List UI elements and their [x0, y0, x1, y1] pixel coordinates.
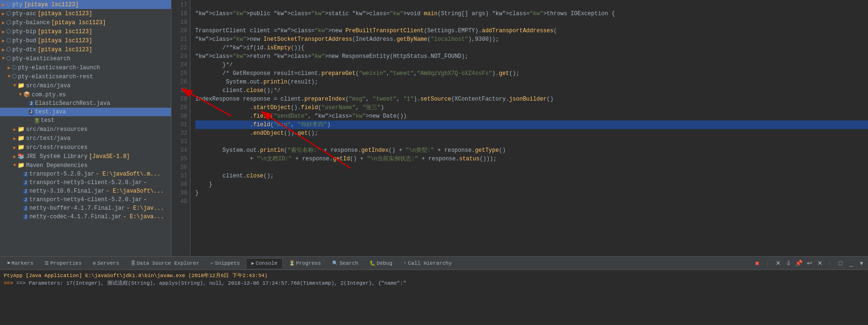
- code-line-40: [195, 197, 868, 206]
- item-tag: [pitaya lsc1123]: [51, 19, 106, 26]
- console-content[interactable]: PtyApp [Java Application] E:\javaSoft\jd…: [0, 270, 868, 325]
- sidebar-item-pty-asc[interactable]: ▶ ⬡ pty-asc [pitaya lsc1123]: [0, 9, 171, 18]
- sep2[interactable]: |: [825, 259, 835, 268]
- sidebar-item-netty-codec[interactable]: ▶ J netty-codec-4.1.7.Final.jar - E:\jav…: [0, 213, 171, 221]
- code-line-22: /*"kw">if(id.isEmpty()){: [195, 44, 868, 52]
- tab-icon-call-hierarchy: ↕: [404, 260, 407, 266]
- sidebar-item-com-pty-es[interactable]: ▼ 📦 com.pty.es: [0, 90, 171, 99]
- sidebar-item-transport-netty4[interactable]: ▶ J transport-netty4-client-5.2.0.jar -: [0, 195, 171, 204]
- sep1[interactable]: |: [763, 259, 772, 268]
- sidebar-item-src-test-resources[interactable]: ▶ 📁 src/test/resources: [0, 143, 171, 152]
- sidebar-item-netty-310[interactable]: ▶ J netty-3.10.6.Final.jar - E:\javaSoft…: [0, 187, 171, 195]
- code-line-33: [195, 138, 868, 146]
- sidebar-item-pty-elasticsearch-rest[interactable]: ▼ ⬡ pty-elasticsearch-rest: [0, 72, 171, 81]
- folder-icon: 📁: [18, 82, 25, 89]
- tree-icon: ▶: [2, 2, 5, 8]
- bottom-tab-call-hierarchy[interactable]: ↕Call Hierarchy: [398, 258, 457, 269]
- sidebar-item-ElasticSearchRest[interactable]: ▶ J ElasticSearchRest.java: [0, 99, 171, 108]
- sidebar-item-jre-system[interactable]: ▶ 📚 JRE System Library [JavaSE-1.8]: [0, 152, 171, 161]
- bottom-tab-search[interactable]: 🔍Search: [327, 258, 363, 269]
- bottom-tab-snippets[interactable]: ✂Snippets: [206, 258, 245, 269]
- tab-icon-markers: ⚑: [7, 260, 10, 266]
- sidebar-item-pty-bud[interactable]: ▶ ⬡ pty-bud [pitaya lsc1123]: [0, 36, 171, 45]
- item-label: JRE System Library: [26, 153, 88, 160]
- tree-icon: ▶: [2, 11, 5, 17]
- sidebar-item-pty-balance[interactable]: ▶ ⬡ pty-balance [pitaya lsc1123]: [0, 18, 171, 27]
- item-tag: [JavaSE-1.8]: [89, 153, 130, 160]
- item-tag: [pitaya lsc1123]: [24, 1, 79, 8]
- close-console-btn[interactable]: ✕: [815, 259, 824, 268]
- console-output-line: ==> ==> Parameters: 17(Integer), 测试流程(St…: [4, 279, 864, 287]
- tab-label-debug: Debug: [377, 260, 392, 266]
- sidebar-item-transport-netty3[interactable]: ▶ J transport-netty3-client-5.2.0.jar -: [0, 178, 171, 187]
- folder-icon: 📁: [18, 135, 25, 142]
- module-icon: ⬡: [6, 37, 11, 44]
- module-icon: ⬡: [12, 73, 17, 80]
- sidebar-item-transport-5[interactable]: ▶ J transport-5.2.0.jar - E:\javaSoft\.m…: [0, 170, 171, 178]
- item-label: src/main/resources: [26, 126, 88, 133]
- bottom-tab-debug[interactable]: 🐛Debug: [364, 258, 398, 269]
- item-label: src/test/resources: [26, 144, 88, 151]
- line-num-22: 22: [172, 44, 187, 52]
- jar-icon: J: [23, 189, 28, 194]
- bottom-tabs: ⚑Markers☰Properties⚙Servers🗄Data Source …: [0, 257, 868, 270]
- maximize-btn[interactable]: □: [836, 259, 845, 268]
- tab-icon-snippets: ✂: [211, 260, 214, 266]
- sidebar-item-src-test-java[interactable]: ▶ 📁 src/test/java: [0, 134, 171, 143]
- code-line-23: "kw">class="kw">return "kw">class="kw">n…: [195, 52, 868, 61]
- tab-label-data-source: Data Source Explorer: [137, 260, 199, 266]
- item-label: Maven Dependencies: [26, 162, 88, 169]
- line-num-28: 28: [172, 95, 187, 103]
- line-num-35: 35: [172, 155, 187, 163]
- minimize-btn[interactable]: _: [846, 259, 856, 268]
- item-label: src/test/java: [26, 135, 71, 142]
- tab-label-properties: Properties: [50, 260, 81, 266]
- item-label: ElasticSearchRest.java: [35, 100, 110, 107]
- sidebar-item-src-main-resources[interactable]: ▶ 📁 src/main/resources: [0, 125, 171, 134]
- line-num-19: 19: [172, 18, 187, 27]
- clear-btn[interactable]: ✕: [773, 259, 783, 268]
- view-menu-btn[interactable]: ▾: [857, 259, 866, 268]
- code-line-21: "kw">class="kw">new InetSocketTransportA…: [195, 35, 868, 44]
- line-num-27: 27: [172, 86, 187, 95]
- sidebar-item-pty-elasticsearch[interactable]: ▼ ⬡ pty-elasticsearch: [0, 54, 171, 63]
- sidebar-item-pty-elasticsearch-launch[interactable]: ▶ ⬡ pty-elasticsearch-launch: [0, 63, 171, 72]
- scroll-lock-btn[interactable]: ⇩: [784, 259, 793, 268]
- folder-icon: 📁: [18, 126, 25, 133]
- tab-icon-progress: ⏳: [289, 260, 295, 266]
- tree-icon: ▼: [8, 74, 10, 79]
- tab-icon-servers: ⚙: [93, 260, 96, 266]
- bottom-tab-servers[interactable]: ⚙Servers: [88, 258, 124, 269]
- line-num-25: 25: [172, 69, 187, 78]
- bottom-tab-markers[interactable]: ⚑Markers: [2, 258, 38, 269]
- sidebar-item-test[interactable]: ▶ T test: [0, 116, 171, 125]
- sidebar-item-maven-deps[interactable]: ▼ 📁 Maven Dependencies: [0, 161, 171, 170]
- stop-btn[interactable]: ■: [752, 259, 762, 268]
- item-tag: [pitaya lsc1123]: [37, 10, 92, 17]
- tree-icon: ▶: [2, 47, 5, 53]
- tree-icon: ▼: [2, 56, 5, 61]
- line-num-23: 23: [172, 52, 187, 61]
- jar-icon: J: [23, 172, 28, 177]
- word-wrap-btn[interactable]: ↩: [805, 259, 814, 268]
- sidebar-item-src-main-java[interactable]: ▼ 📁 src/main/java: [0, 81, 171, 90]
- line-num-21: 21: [172, 35, 187, 44]
- sidebar-item-pty-dtx[interactable]: ▶ ⬡ pty-dtx [pitaya lsc1123]: [0, 45, 171, 54]
- pin-btn[interactable]: 📌: [794, 259, 804, 268]
- item-label: test.java: [35, 109, 66, 115]
- sidebar-item-netty-buffer[interactable]: ▶ J netty-buffer-4.1.7.Final.jar - E:\ja…: [0, 204, 171, 213]
- bottom-tab-console[interactable]: ▶Console: [246, 258, 282, 269]
- tab-label-markers: Markers: [11, 260, 33, 266]
- sidebar-item-test-java[interactable]: ▶ J test.java: [0, 108, 171, 116]
- sidebar-item-pty-bip[interactable]: ▶ ⬡ pty-bip [pitaya lsc1123]: [0, 27, 171, 36]
- bottom-tab-progress[interactable]: ⏳Progress: [284, 258, 326, 269]
- tab-icon-debug: 🐛: [370, 260, 375, 266]
- bottom-tab-properties[interactable]: ☰Properties: [39, 258, 87, 269]
- item-label: pty-elasticsearch-launch: [18, 65, 100, 71]
- item-tag: [pitaya lsc1123]: [37, 46, 92, 53]
- sidebar-item-pty[interactable]: ▶ ⬡ pty [pitaya lsc1123]: [0, 0, 171, 9]
- module-icon: ⬡: [6, 19, 11, 26]
- item-label: pty-asc: [12, 10, 36, 17]
- code-content[interactable]: "kw">class="kw">public "kw">class="kw">s…: [190, 0, 868, 256]
- bottom-tab-data-source[interactable]: 🗄Data Source Explorer: [126, 258, 205, 269]
